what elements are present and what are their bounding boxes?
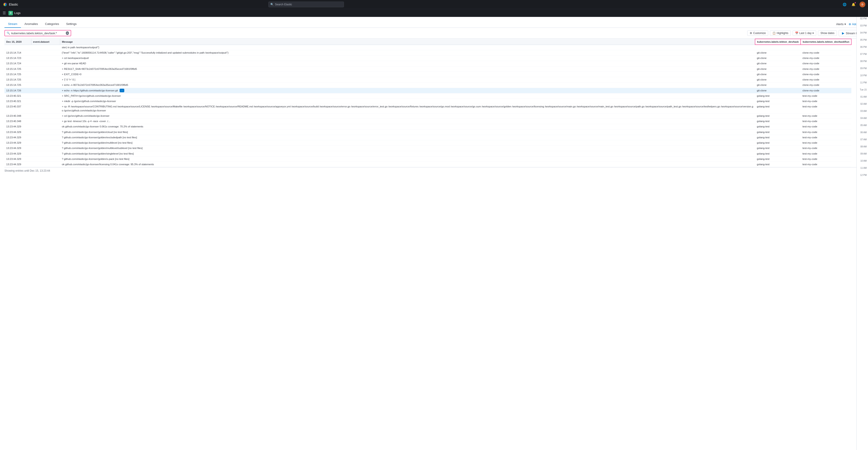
cell-message: ? github.com/elastic/go-licenser/golden/… <box>60 140 755 146</box>
timeline-label: 10 PM <box>857 74 868 81</box>
user-avatar[interactable]: D <box>860 2 865 7</box>
cell-timestamp: 13:23:40.348 <box>4 119 31 124</box>
cell-taskrun: test-my-code <box>801 104 851 114</box>
show-dates-button[interactable]: Show dates <box>818 30 837 36</box>
timeline-label: 08 AM <box>857 145 868 152</box>
cell-timestamp: 13:23:44.329 <box>4 129 31 135</box>
plus-icon: ⊕ <box>849 23 851 26</box>
timeline-label: 03 PM <box>857 24 868 31</box>
date-range-button[interactable]: 📅 Last 1 day ▾ <box>793 30 816 36</box>
timeline-label: 06 AM <box>857 131 868 138</box>
cell-message: ster) in path /workspace/output/"} <box>60 45 755 50</box>
cell-timestamp: 13:23:44.329 <box>4 162 31 167</box>
table-row: 13:23:40.348+ go test -timeout 10s -p 4 … <box>4 119 851 124</box>
cell-dataset <box>31 88 60 93</box>
cell-taskrun: test-my-code <box>801 93 851 98</box>
notifications-btn[interactable]: 🔔 <box>851 2 857 7</box>
cell-timestamp: 13:23:44.329 <box>4 135 31 140</box>
elastic-logo[interactable]: Elastic <box>3 2 18 7</box>
table-row: 13:23:44.329ok github.com/elastic/go-lic… <box>4 124 851 129</box>
cell-message: + cd /workspace/output/ <box>60 56 755 61</box>
footer-showing-entries: Showing entries until Dec 15, 13:23:44 <box>4 167 864 174</box>
table-row: 13:23:40.348+ cd /go/src/github.com/elas… <box>4 113 851 119</box>
notification-badge <box>855 2 856 4</box>
cell-task: golang-test <box>755 146 801 151</box>
cell-taskrun: clone-my-code <box>801 50 851 55</box>
search-query-box[interactable]: 🔍 ✕ <box>4 30 71 36</box>
cell-dataset <box>31 99 60 104</box>
svg-point-0 <box>3 2 7 6</box>
search-query-input[interactable] <box>11 32 64 35</box>
clear-search-button[interactable]: ✕ <box>66 31 69 35</box>
cell-task: golang-test <box>755 104 801 114</box>
table-row: 13:15:14.726+ echo -n https://github.com… <box>4 88 851 93</box>
search-placeholder: Search Elastic <box>275 3 292 6</box>
cell-message: + cp -R /workspace/source/CONTRIBUTING.m… <box>60 104 755 114</box>
cell-task: golang-test <box>755 129 801 135</box>
cell-task <box>755 45 801 50</box>
cell-message: ? github.com/elastic/go-licenser/golden/… <box>60 156 755 162</box>
cell-message: + mkdir -p /go/src/github.com/elastic/go… <box>60 99 755 104</box>
cell-timestamp: 13:23:40.348 <box>4 113 31 119</box>
customize-button[interactable]: ⚙ Customize <box>747 30 768 36</box>
breadcrumb: D Logs <box>8 11 21 15</box>
cell-task: golang-test <box>755 140 801 146</box>
cell-timestamp <box>4 45 31 50</box>
cell-dataset <box>31 113 60 119</box>
cell-taskrun: test-my-code <box>801 140 851 146</box>
highlights-button[interactable]: 📋 Highlights <box>770 30 791 36</box>
alerts-button[interactable]: Alerts ▾ <box>836 23 846 26</box>
cell-task: golang-test <box>755 99 801 104</box>
cell-task: git-clone <box>755 61 801 66</box>
cell-dataset <box>31 56 60 61</box>
toolbar-row: 🔍 ✕ ⚙ Customize 📋 Highlights 📅 Last 1 da… <box>4 28 864 39</box>
tab-categories[interactable]: Categories <box>41 21 63 28</box>
cell-dataset <box>31 135 60 140</box>
cell-message: + SRC_PATH=/go/src/github.com/elastic/go… <box>60 93 755 98</box>
log-table: Dec 15, 2020 event.dataset Message kuber… <box>4 39 851 167</box>
cell-dataset <box>31 104 60 114</box>
cell-task: golang-test <box>755 119 801 124</box>
cell-task: golang-test <box>755 162 801 167</box>
search-query-icon: 🔍 <box>7 32 10 35</box>
cell-dataset <box>31 50 60 55</box>
col-header-date: Dec 15, 2020 <box>4 39 31 45</box>
cell-dataset <box>31 162 60 167</box>
timeline-label: 11 PM <box>857 81 868 88</box>
cell-message: ? github.com/elastic/go-licenser/golden/… <box>60 151 755 156</box>
customize-icon: ⚙ <box>750 32 752 35</box>
cell-message: + echo -n https://github.com/elastic/go-… <box>60 88 755 93</box>
cell-timestamp: 13:23:44.329 <box>4 151 31 156</box>
tab-anomalies[interactable]: Anomalies <box>21 21 41 28</box>
cell-dataset <box>31 124 60 129</box>
cell-timestamp: 13:15:14.725 <box>4 72 31 77</box>
timeline-label: 12 PM <box>857 173 868 181</box>
cell-dataset <box>31 129 60 135</box>
cell-taskrun: test-my-code <box>801 135 851 140</box>
cell-dataset <box>31 140 60 146</box>
table-row: 13:23:44.329? github.com/elastic/go-lice… <box>4 129 851 135</box>
cell-timestamp: 13:23:40.321 <box>4 99 31 104</box>
share-icon-btn[interactable]: 🌐 <box>842 2 847 7</box>
tab-settings[interactable]: Settings <box>62 21 80 28</box>
cell-message: + RESULT_SHA=8073c2d372c670954ec063a35ec… <box>60 66 755 72</box>
timeline-label: 07 AM <box>857 138 868 145</box>
table-row: 13:23:44.329? github.com/elastic/go-lice… <box>4 146 851 151</box>
tab-stream[interactable]: Stream <box>4 21 21 28</box>
cell-message: + EXIT_CODE=0 <box>60 72 755 77</box>
row-action-button[interactable]: ··· <box>120 89 124 92</box>
cell-dataset <box>31 146 60 151</box>
cell-taskrun: clone-my-code <box>801 83 851 88</box>
table-row: 13:23:44.329? github.com/elastic/go-lice… <box>4 151 851 156</box>
table-row: ster) in path /workspace/output/"} <box>4 45 851 50</box>
cell-taskrun: clone-my-code <box>801 66 851 72</box>
cell-dataset <box>31 77 60 83</box>
global-search-bar[interactable]: 🔍 Search Elastic <box>268 2 344 7</box>
col-header-task: kubernetes.labels.tekton_dev/task <box>755 39 801 45</box>
cell-dataset <box>31 83 60 88</box>
cell-message: {"level":"info","ts":1608056114.7144508,… <box>60 50 755 55</box>
menu-toggle-button[interactable]: ☰ <box>3 11 6 15</box>
timeline-label: 04 PM <box>857 31 868 38</box>
timeline-label: 03 AM <box>857 109 868 117</box>
cell-message: + cd /go/src/github.com/elastic/go-licen… <box>60 113 755 119</box>
